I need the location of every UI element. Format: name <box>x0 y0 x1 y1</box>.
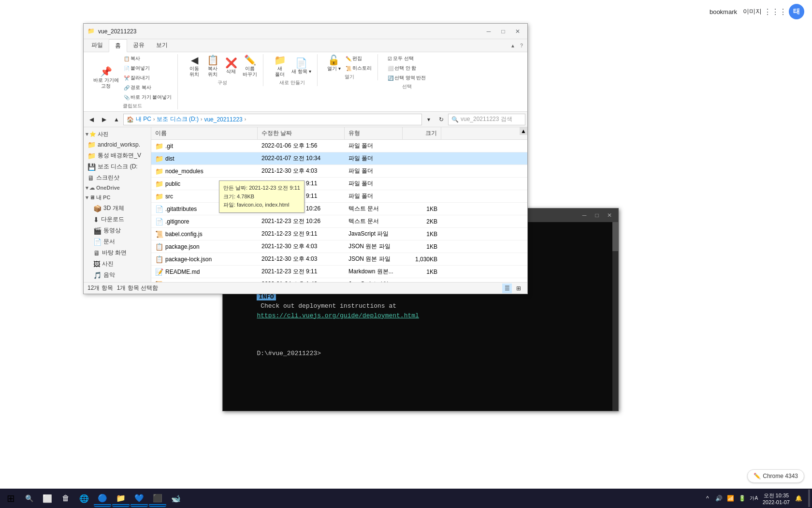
sidebar-item-screenshots[interactable]: 🖥 스크린샷 <box>84 172 151 183</box>
sidebar-quickaccess-header[interactable]: ▾ ⭐ 사진 <box>84 129 151 139</box>
sidebar-onedrive-header[interactable]: ▾ ☁ OneDrive <box>84 183 151 193</box>
fe-path-dropdown-button[interactable]: ▾ <box>423 114 435 125</box>
file-row-public[interactable]: 📁 public 2021-12-23 오전 9:11 파일 폴더 <box>151 178 527 190</box>
taskbar-explorer-button[interactable]: 📁 <box>112 490 130 507</box>
sidebar-item-tongsungbg[interactable]: 📁 통성 배경화면_V <box>84 150 151 161</box>
filelist-scroll-up[interactable]: ▲ <box>520 127 527 135</box>
col-header-type[interactable]: 유형 <box>345 127 403 139</box>
terminal-scrollbar-thumb[interactable] <box>612 222 618 251</box>
tray-volume-icon[interactable]: 🔊 <box>714 493 724 503</box>
fe-path-bar[interactable]: 🏠 내 PC › 보조 디스크 (D:) › vue_20211223 › <box>123 114 422 125</box>
file-row-git[interactable]: 📁 .git 2022-01-06 오후 1:56 파일 폴더 <box>151 140 527 152</box>
google-apps-button[interactable]: ⋮⋮⋮ <box>768 4 783 19</box>
taskbar-terminal-button[interactable]: ⬛ <box>149 490 166 507</box>
taskbar-clock[interactable]: 오전 10:35 2022-01-07 <box>761 490 792 507</box>
fe-back-button[interactable]: ◀ <box>86 114 97 125</box>
ribbon-btn-newfolder[interactable]: 📁 새폴더 <box>271 54 289 78</box>
ribbon-btn-history[interactable]: 📜 히스토리 <box>344 64 374 73</box>
ribbon-btn-copytoloc[interactable]: 📋 복사위치 <box>204 54 221 78</box>
ribbon-help-button[interactable]: ? <box>518 42 525 49</box>
sidebar-thispc-header[interactable]: ▾ 🖥 내 PC <box>84 193 151 203</box>
fe-path-disk[interactable]: 보조 디스크 (D:) <box>157 115 199 123</box>
col-header-name[interactable]: 이름 <box>151 127 258 139</box>
fe-ribbon-tab-file[interactable]: 파일 <box>86 39 109 52</box>
sidebar-item-music[interactable]: 🎵 음악 <box>84 269 151 281</box>
fe-maximize-button[interactable]: □ <box>497 26 509 37</box>
tray-keyboard-icon[interactable]: 가A <box>749 493 759 503</box>
terminal-scrollbar-track[interactable] <box>612 222 618 411</box>
fe-close-button[interactable]: ✕ <box>512 26 523 37</box>
fe-forward-button[interactable]: ▶ <box>98 114 110 125</box>
sidebar-item-androidworksp[interactable]: 📁 android_worksp. <box>84 139 151 150</box>
sidebar-item-videos[interactable]: 🎬 동영상 <box>84 225 151 236</box>
taskbar-search-button[interactable]: 🔍 <box>20 490 38 507</box>
col-header-date[interactable]: 수정한 날짜 <box>258 127 345 139</box>
file-row-nodemodules[interactable]: 📁 node_modules 2021-12-30 오후 4:03 파일 폴더 <box>151 165 527 178</box>
tray-network-icon[interactable]: 📶 <box>726 493 736 503</box>
terminal-minimize-button[interactable]: ─ <box>580 210 589 220</box>
file-row-babelconfig[interactable]: 📜 babel.config.js 2021-12-23 오전 9:11 Jav… <box>151 228 527 240</box>
sidebar-item-3dobjects[interactable]: 📦 3D 개체 <box>84 203 151 214</box>
taskbar-taskview-button[interactable]: ⬜ <box>39 490 56 507</box>
ribbon-btn-invertselect[interactable]: 🔄 선택 영역 반전 <box>386 74 428 82</box>
ribbon-collapse-button[interactable]: ▲ <box>509 42 517 49</box>
taskbar-recycle-button[interactable]: 🗑 <box>57 490 74 507</box>
taskbar-start-button[interactable]: ⊞ <box>2 490 19 507</box>
fe-path-folder[interactable]: vue_20211223 <box>204 116 242 123</box>
fe-refresh-button[interactable]: ↻ <box>435 114 447 125</box>
taskbar-show-desktop-button[interactable] <box>808 490 810 507</box>
tray-battery-icon[interactable]: 🔋 <box>738 493 747 503</box>
ribbon-btn-selectall[interactable]: ☑ 모두 선택 <box>386 54 428 63</box>
ribbon-btn-delete[interactable]: ❌ 삭제 <box>222 57 240 75</box>
ribbon-btn-copypath[interactable]: 🔗 경로 복사 <box>122 83 174 92</box>
ribbon-btn-cut[interactable]: ✂️ 잘라내기 <box>122 74 174 82</box>
images-link[interactable]: 이미지 <box>743 7 762 16</box>
google-avatar[interactable]: 태 <box>789 4 804 19</box>
ribbon-btn-copy[interactable]: 📋 복사 <box>122 54 174 63</box>
fe-ribbon-tab-share[interactable]: 공유 <box>127 39 150 52</box>
fe-path-mypc[interactable]: 내 PC <box>136 115 151 123</box>
taskbar-edge-button[interactable]: 🌐 <box>75 490 93 507</box>
ribbon-btn-move[interactable]: ◀ 이동위치 <box>186 54 203 78</box>
taskbar-docker-button[interactable]: 🐋 <box>167 490 185 507</box>
ribbon-btn-rename[interactable]: ✏️ 이름바꾸기 <box>241 54 259 78</box>
col-header-size[interactable]: 크기 <box>403 127 441 139</box>
file-row-dist[interactable]: 📁 dist 2022-01-07 오전 10:34 파일 폴더 <box>151 152 527 165</box>
chrome-customize-button[interactable]: ✏️ Chrome 4343 <box>747 469 804 483</box>
sidebar-item-desktop[interactable]: 🖥 바탕 화면 <box>84 247 151 258</box>
terminal-close-button[interactable]: ✕ <box>605 210 614 220</box>
file-row-gitignore[interactable]: 📄 .gitignore 2021-12-23 오전 10:26 텍스트 문서 … <box>151 215 527 228</box>
fe-ribbon-tab-view[interactable]: 보기 <box>150 39 174 52</box>
file-row-packagejson[interactable]: 📋 package.json 2021-12-30 오후 4:03 JSON 원… <box>151 240 527 253</box>
ribbon-btn-selectnone[interactable]: ⬜ 선택 안 함 <box>386 64 428 73</box>
file-row-src[interactable]: 📁 src 2021-12-23 오전 9:11 파일 폴더 <box>151 190 527 203</box>
tray-chevron-button[interactable]: ^ <box>703 493 712 503</box>
file-row-packagelockjson[interactable]: 📋 package-lock.json 2021-12-30 오후 4:03 J… <box>151 253 527 266</box>
file-row-readme[interactable]: 📝 README.md 2021-12-23 오전 9:11 Markdown … <box>151 266 527 278</box>
fe-minimize-button[interactable]: ─ <box>483 26 494 37</box>
ribbon-btn-newitem[interactable]: 📄 새 항목 ▾ <box>290 57 313 75</box>
fe-up-button[interactable]: ▲ <box>111 114 122 125</box>
ribbon-btn-open[interactable]: 🔓 열기 ▾ <box>325 54 343 73</box>
sidebar-item-auxdisk[interactable]: 💾 보조 디스크 (D: <box>84 161 151 172</box>
fe-view-icons-button[interactable]: ⊞ <box>514 284 523 293</box>
ribbon-btn-pin[interactable]: 📌 바로 가기에고정 <box>91 66 121 90</box>
fe-ribbon-tab-home[interactable]: 홈 <box>109 39 127 52</box>
ribbon-btn-pasteshortcut[interactable]: 📎 바로 가기 붙여넣기 <box>122 93 174 102</box>
taskbar-notifications-icon[interactable]: 🔔 <box>794 493 803 503</box>
file-type-babelconfig: JavaScript 파일 <box>345 229 403 239</box>
sidebar-item-downloads[interactable]: ⬇ 다운로드 <box>84 214 151 225</box>
taskbar-vscode-button[interactable]: 💙 <box>130 490 148 507</box>
sidebar-item-photos[interactable]: 🖼 사진 <box>84 258 151 269</box>
fe-search-box[interactable]: 🔍 vue_20211223 검색 <box>448 114 525 125</box>
sidebar-item-documents[interactable]: 📄 문서 <box>84 236 151 247</box>
ribbon-btn-paste[interactable]: 📄 붙여넣기 <box>122 64 174 73</box>
file-row-vueconfig[interactable]: 📜 vue.config.js 2022-01-04 오후 1:48 JavaS… <box>151 278 527 282</box>
taskbar-chrome-button[interactable]: 🔵 <box>94 490 111 507</box>
file-row-gitattributes[interactable]: 📄 .gitattributes 2021-12-23 오전 10:26 텍스트… <box>151 203 527 215</box>
gmail-link[interactable]: bookmark <box>710 8 737 15</box>
terminal-maximize-button[interactable]: □ <box>592 210 602 220</box>
ribbon-btn-edit[interactable]: ✏️ 편집 <box>344 54 374 63</box>
terminal-deploy-url[interactable]: https://cli.vuejs.org/guide/deployment.h… <box>257 312 419 319</box>
fe-view-details-button[interactable]: ☰ <box>502 284 512 293</box>
